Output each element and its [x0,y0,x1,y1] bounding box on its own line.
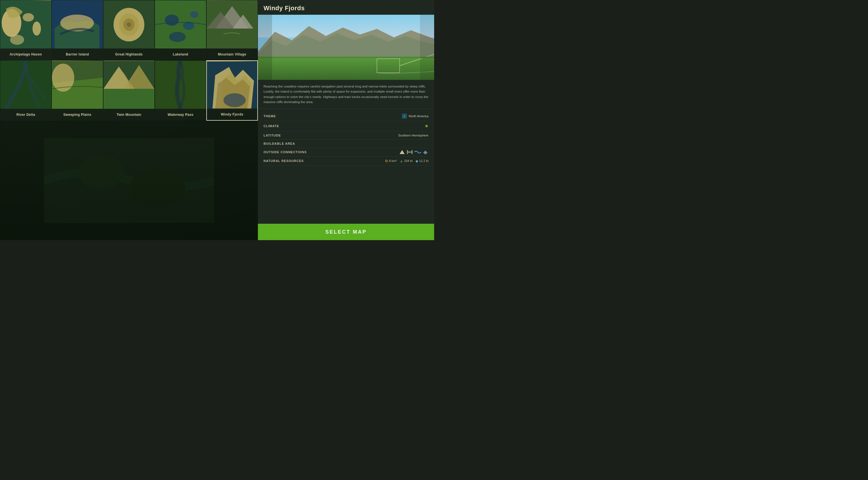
map-item-archipelago-haven[interactable]: Archipelago Haven [0,0,52,60]
svg-rect-45 [258,57,434,80]
map-item-river-delta[interactable]: River Delta [0,60,52,121]
map-name-great-highlands: Great Highlands [103,48,154,60]
connection-icons [399,150,429,154]
outside-connections-row: OUTSIDE CONNECTIONS [264,148,429,157]
map-item-twin-mountain[interactable]: Twin Mountain [103,60,155,121]
tree-value: 334 kt [404,159,413,163]
svg-point-39 [78,155,123,189]
grain-icon: ⚙ [385,159,388,163]
buildable-area-row: BUILDABLE AREA [264,140,429,148]
grain-value: 8 km² [389,159,397,163]
map-thumbnail-windy-fjords [207,61,257,110]
map-art-windy-fjords [207,61,257,110]
tree-icon: ▲ [400,159,403,163]
map-art-mountain-village [207,0,257,49]
map-thumbnail-mountain-village [207,0,257,49]
map-item-barrier-island[interactable]: Barrier Island [52,0,103,60]
map-art-waterway [155,61,206,109]
map-description: Reaching the coastline requires careful … [258,80,434,109]
climate-label: CLIMATE [264,124,279,128]
svg-rect-53 [411,150,413,154]
ore-value: 12.2 kt [419,159,429,163]
buildable-area-label: BUILDABLE AREA [264,142,295,145]
ore-resource: ◆ 12.2 kt [415,159,429,163]
svg-rect-49 [420,15,434,80]
map-name-mountain-village: Mountain Village [207,48,257,60]
svg-point-13 [165,14,179,26]
selected-map-title: Windy Fjords [258,0,434,15]
map-name-lakeland: Lakeland [155,48,206,60]
map-thumbnail-archipelago-haven [0,0,51,49]
svg-point-37 [224,93,246,107]
outside-connections-value [399,150,429,154]
map-name-waterway-pass: Waterway Pass [155,109,206,121]
map-art-twin [103,61,154,109]
svg-rect-32 [155,61,206,109]
natural-resources-row: NATURAL RESOURCES ⚙ 8 km² ▲ 334 kt ◆ 12.… [264,157,429,166]
map-thumbnail-great-highlands [103,0,154,49]
tree-resource: ▲ 334 kt [400,159,413,163]
map-grid-panel: Archipelago Haven Barrier Island [0,0,258,240]
climate-value: ☀ [425,124,429,129]
natural-resources-value: ⚙ 8 km² ▲ 334 kt ◆ 12.2 kt [385,159,429,163]
map-name-twin-mountain: Twin Mountain [103,109,154,121]
water-connection-icon [414,150,421,154]
rail-connection-icon [406,150,413,154]
map-item-sweeping-plains[interactable]: Sweeping Plains [52,60,103,121]
ore-icon: ◆ [415,159,418,163]
map-thumbnail-sweeping-plains [52,61,103,109]
latitude-value: Southern Hemisphere [398,134,429,137]
map-details-section: THEME 🌲 North America CLIMATE ☀ LATITUDE… [258,109,434,224]
road-connection-icon [399,150,405,154]
natural-resources-label: NATURAL RESOURCES [264,159,304,163]
latitude-row: LATITUDE Southern Hemisphere [264,131,429,140]
svg-point-40 [129,169,186,209]
background-map-decoration [44,138,214,223]
map-art-archipelago [0,0,51,49]
map-art-river-delta [0,61,51,109]
map-name-sweeping-plains: Sweeping Plains [52,109,103,121]
map-item-waterway-pass[interactable]: Waterway Pass [155,60,206,121]
map-item-lakeland[interactable]: Lakeland [155,0,206,60]
outside-connections-label: OUTSIDE CONNECTIONS [264,150,307,154]
latitude-label: LATITUDE [264,134,281,137]
map-art-sweeping [52,61,103,109]
svg-point-3 [33,22,41,35]
svg-point-2 [23,13,34,22]
map-thumbnail-waterway-pass [155,61,206,109]
theme-text: North America [409,114,429,118]
map-preview-image [258,15,434,80]
svg-rect-48 [258,15,272,80]
theme-label: THEME [264,114,276,118]
map-name-archipelago-haven: Archipelago Haven [0,48,51,60]
svg-rect-47 [258,57,434,58]
map-item-mountain-village[interactable]: Mountain Village [206,0,258,60]
theme-value: 🌲 North America [402,113,429,119]
map-name-barrier-island: Barrier Island [52,48,103,60]
map-thumbnail-river-delta [0,61,51,109]
svg-point-15 [169,32,186,42]
map-name-river-delta: River Delta [0,109,51,121]
svg-point-4 [10,35,24,45]
map-item-great-highlands[interactable]: Great Highlands [103,0,155,60]
select-map-button[interactable]: SELECT MAP [258,224,434,240]
air-connection-icon [422,150,429,154]
climate-icon: ☀ [425,124,429,129]
map-thumbnail-lakeland [155,0,206,49]
map-detail-panel: Windy Fjords [258,0,434,240]
svg-rect-23 [0,61,51,109]
theme-icon: 🌲 [402,113,407,119]
grain-resource: ⚙ 8 km² [385,159,397,163]
svg-rect-21 [207,29,257,49]
svg-point-11 [127,22,131,27]
map-grid: Archipelago Haven Barrier Island [0,0,258,121]
map-art-barrier [52,0,103,49]
svg-marker-50 [400,150,405,154]
map-thumbnail-twin-mountain [103,61,154,109]
theme-row: THEME 🌲 North America [264,111,429,121]
map-item-windy-fjords[interactable]: Windy Fjords [206,60,258,121]
map-art-lakeland [155,0,206,49]
lower-blurred-area [0,121,258,240]
svg-rect-52 [407,150,408,154]
map-thumbnail-barrier-island [52,0,103,49]
